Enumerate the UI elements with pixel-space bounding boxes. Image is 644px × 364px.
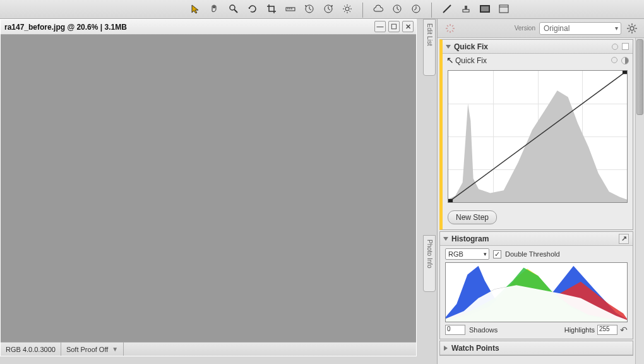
document-canvas[interactable]	[1, 35, 416, 342]
shadows-value-field[interactable]: 0	[445, 325, 465, 335]
hand-icon[interactable]	[208, 3, 221, 15]
step-quickfix-row[interactable]: ↖ Quick Fix	[443, 54, 633, 68]
shadows-label: Shadows	[469, 326, 498, 334]
right-pane-scrollbar[interactable]	[635, 38, 644, 364]
ruler-icon[interactable]	[284, 3, 297, 15]
panel-detach-icon[interactable]: ↗	[619, 234, 629, 244]
settings-gear-icon[interactable]	[625, 21, 639, 35]
history-fwd-icon[interactable]	[322, 3, 335, 15]
svg-rect-20	[463, 9, 469, 12]
svg-line-42	[635, 25, 636, 26]
document-title: ra147_before.jpg @ 20.6% | 3.1MB	[4, 23, 127, 32]
svg-rect-21	[465, 6, 467, 9]
pointer-icon[interactable]	[189, 3, 202, 15]
new-step-button[interactable]: New Step	[448, 210, 497, 224]
zoom-icon[interactable]	[227, 3, 240, 15]
step-mask-toggle[interactable]	[622, 43, 629, 50]
busy-icon	[445, 23, 455, 33]
curve-handle-bottom[interactable]	[448, 199, 453, 202]
svg-line-1	[234, 9, 237, 13]
disclosure-down-icon	[443, 237, 448, 241]
histogram-channel-select[interactable]: RGB	[445, 248, 489, 260]
toolbar-divider	[431, 3, 432, 18]
svg-point-34	[630, 27, 634, 30]
minimize-button[interactable]: —	[374, 21, 386, 32]
history-back-icon[interactable]	[303, 3, 316, 15]
tone-curve-chart[interactable]	[448, 70, 628, 203]
cursor-icon: ↖	[446, 55, 454, 65]
svg-line-41	[629, 30, 630, 32]
step-visible-toggle[interactable]	[611, 57, 617, 63]
highlights-label: Highlights	[564, 326, 595, 334]
svg-line-14	[350, 11, 351, 13]
panel-watchpoints-header[interactable]: Watch Points	[440, 341, 633, 355]
panel-histogram-header[interactable]: Histogram ↗	[440, 232, 633, 246]
version-bar: Version Original	[438, 19, 644, 38]
svg-line-39	[629, 25, 630, 26]
sun-icon[interactable]	[341, 3, 354, 15]
stamp-icon[interactable]	[460, 3, 472, 15]
disclosure-right-icon	[444, 346, 448, 351]
panel-quickfix: Quick Fix ↖ Quick Fix	[439, 39, 633, 230]
close-button[interactable]: ✕	[402, 21, 414, 32]
svg-rect-2	[286, 8, 295, 11]
window-icon[interactable]	[498, 3, 510, 15]
rgb-histogram-chart[interactable]	[445, 262, 628, 322]
soft-proof-cell[interactable]: Soft Proof Off ▼	[61, 343, 124, 356]
rotate-icon[interactable]	[246, 3, 259, 15]
clock-b-icon[interactable]	[410, 3, 422, 15]
document-statusbar: RGB 4.0.0.3000 Soft Proof Off ▼	[1, 342, 416, 356]
svg-line-19	[443, 5, 451, 13]
crop-icon[interactable]	[265, 3, 278, 15]
soft-proof-label: Soft Proof Off	[66, 346, 108, 353]
toolbar-divider	[362, 3, 363, 18]
version-label: Version	[515, 25, 535, 32]
double-threshold-checkbox[interactable]: ✓	[493, 250, 501, 258]
maximize-button[interactable]: ☐	[388, 21, 400, 32]
svg-line-33	[452, 25, 453, 27]
double-threshold-label: Double Threshold	[505, 250, 560, 258]
document-titlebar[interactable]: ra147_before.jpg @ 20.6% | 3.1MB — ☐ ✕	[1, 20, 416, 35]
disclosure-down-icon	[446, 45, 451, 49]
svg-rect-24	[499, 5, 508, 13]
step-label: Quick Fix	[455, 56, 487, 65]
svg-rect-23	[481, 6, 489, 11]
document-window: ra147_before.jpg @ 20.6% | 3.1MB — ☐ ✕ R…	[0, 19, 417, 356]
svg-line-16	[350, 6, 351, 7]
svg-line-40	[635, 30, 636, 32]
panel-title: Quick Fix	[454, 42, 488, 51]
curve-handle-top[interactable]	[623, 71, 627, 74]
reset-icon[interactable]: ↶	[620, 325, 628, 335]
side-tab-photo-info[interactable]: Photo Info	[423, 235, 436, 292]
version-select[interactable]: Original	[539, 22, 621, 35]
panel-histogram: Histogram ↗ RGB ✓ Double Threshold	[439, 231, 633, 339]
step-visible-toggle[interactable]	[612, 44, 618, 50]
panel-title: Watch Points	[451, 344, 499, 353]
side-tab-edit-list[interactable]: Edit List	[423, 19, 436, 76]
chevron-down-icon: ▼	[112, 346, 118, 353]
svg-line-32	[447, 30, 448, 32]
cloud-icon[interactable]	[372, 3, 385, 15]
film-icon[interactable]	[479, 3, 491, 15]
right-pane: Version Original Quick Fix ↖ Quick Fix	[437, 19, 644, 364]
panel-quickfix-header[interactable]: Quick Fix	[443, 40, 633, 54]
svg-point-0	[230, 5, 235, 10]
scrollbar-thumb[interactable]	[636, 39, 643, 115]
line-tool-icon[interactable]	[441, 3, 453, 15]
histogram-fill	[448, 90, 627, 202]
step-mask-toggle[interactable]	[621, 57, 629, 64]
main-toolbar	[0, 0, 644, 19]
svg-point-8	[345, 7, 349, 11]
highlights-value-field[interactable]: 255	[597, 325, 617, 335]
panel-title: Histogram	[451, 234, 489, 243]
svg-line-31	[452, 30, 453, 32]
svg-line-15	[344, 11, 345, 13]
clock-a-icon[interactable]	[391, 3, 403, 15]
panel-watchpoints: Watch Points	[439, 341, 633, 356]
svg-line-30	[447, 25, 448, 27]
svg-line-13	[344, 6, 345, 7]
color-profile-cell: RGB 4.0.0.3000	[1, 343, 61, 356]
